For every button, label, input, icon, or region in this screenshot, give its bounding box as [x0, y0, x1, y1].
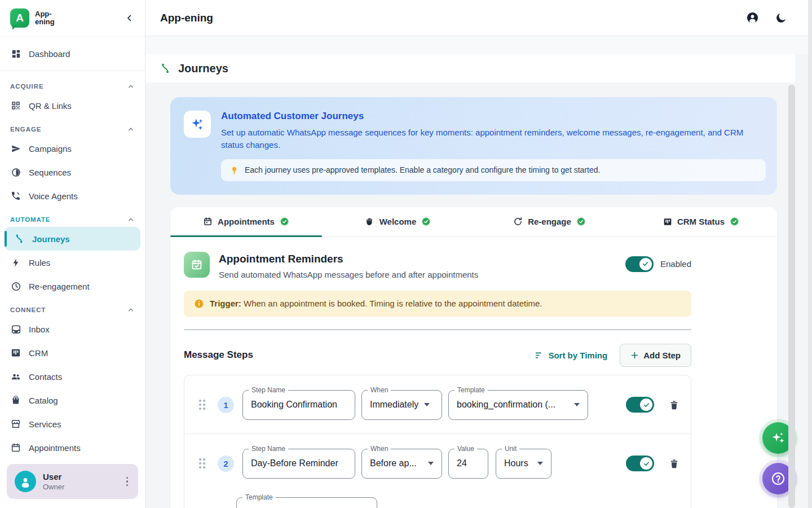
template-select[interactable]: Template booking_confirmation (... — [448, 390, 588, 420]
drag-handle-icon[interactable] — [199, 400, 205, 410]
sidebar-item-sequences[interactable]: Sequences — [0, 160, 145, 184]
enable-control: Enabled — [625, 256, 691, 272]
step-name-input[interactable]: Step Name Day-Before Reminder — [242, 449, 355, 479]
section-header-connect[interactable]: CONNECT — [0, 298, 145, 317]
unit-select[interactable]: Unit Hours — [496, 449, 551, 479]
check-icon — [642, 260, 649, 268]
toggle-knob — [640, 457, 652, 470]
sidebar-item-inbox[interactable]: Inbox — [0, 317, 145, 341]
lightbulb-icon — [230, 165, 239, 175]
step-actions — [626, 456, 679, 471]
section-label: ACQUIRE — [10, 83, 43, 90]
delete-step-button[interactable] — [669, 458, 679, 469]
sidebar-item-label: Re-engagement — [29, 282, 90, 291]
step-number-badge: 1 — [218, 397, 234, 413]
section-label: AUTOMATE — [10, 216, 50, 223]
sidebar-item-dashboard[interactable]: Dashboard — [0, 40, 145, 67]
value-input[interactable]: Value 24 — [448, 449, 488, 479]
trigger-banner: Trigger: When an appointment is booked. … — [184, 291, 691, 317]
field-label: Step Name — [249, 445, 288, 453]
field-label: Step Name — [249, 386, 288, 394]
add-step-button[interactable]: Add Step — [620, 344, 691, 367]
tab-appointments[interactable]: Appointments — [170, 207, 322, 237]
section-header-automate[interactable]: AUTOMATE — [0, 208, 145, 227]
dark-mode-toggle[interactable] — [775, 12, 787, 24]
sidebar-item-rules[interactable]: Rules — [0, 251, 145, 274]
phone-icon — [10, 190, 21, 202]
sidebar-item-crm[interactable]: CRM — [0, 341, 145, 365]
appointments-panel: Appointment Reminders Send automated Wha… — [170, 237, 777, 508]
tab-label: CRM Status — [677, 217, 725, 226]
content-scrollbar[interactable] — [788, 85, 795, 508]
sidebar-item-label: Catalog — [29, 396, 58, 405]
user-info: User Owner — [43, 472, 64, 491]
field-label: Template — [242, 493, 276, 501]
wave-hand-icon — [365, 217, 374, 226]
step-row-2: 2 Step Name Day-Before Reminder When Bef… — [184, 433, 691, 508]
sidebar-item-journeys[interactable]: Journeys — [5, 227, 140, 251]
reminders-enabled-toggle[interactable] — [625, 256, 654, 272]
header-actions — [746, 11, 787, 24]
sort-by-timing-button[interactable]: Sort by Timing — [534, 351, 607, 360]
section-header-engage[interactable]: ENGAGE — [0, 117, 145, 137]
sidebar-item-label: CRM — [29, 348, 48, 358]
reminders-titles: Appointment Reminders Send automated Wha… — [219, 252, 478, 279]
sidebar-item-services[interactable]: Services — [0, 412, 145, 436]
step-enabled-toggle[interactable] — [626, 456, 654, 471]
page-titlebar: Journeys — [145, 54, 795, 82]
account-button[interactable] — [746, 11, 759, 24]
sidebar-item-catalog[interactable]: Catalog — [0, 388, 145, 412]
tab-welcome[interactable]: Welcome — [322, 207, 474, 237]
intro-body: Set up automatic WhatsApp message sequen… — [221, 126, 766, 151]
app-logo-icon: A — [10, 8, 29, 28]
sidebar-item-label: Campaigns — [29, 144, 72, 154]
user-card[interactable]: User Owner — [7, 464, 138, 499]
user-menu-button[interactable] — [124, 475, 131, 489]
plus-icon — [630, 351, 639, 360]
chevron-down-icon — [428, 462, 434, 465]
sidebar-item-qr-links[interactable]: QR & Links — [0, 94, 145, 117]
content-scroll-area: Automated Customer Journeys Set up autom… — [145, 82, 812, 508]
intro-banner: Automated Customer Journeys Set up autom… — [170, 97, 777, 195]
sidebar-collapse-button[interactable] — [125, 13, 135, 23]
trash-icon — [669, 400, 679, 410]
journeys-card: Appointments Welcome Re-engage — [170, 207, 777, 508]
sidebar-item-label: Sequences — [29, 168, 71, 177]
tab-re-engage[interactable]: Re-engage — [474, 207, 625, 237]
sidebar-item-label: Inbox — [29, 325, 50, 334]
reminders-subtitle: Send automated WhatsApp messages before … — [219, 270, 478, 279]
window-scrollbar[interactable] — [808, 0, 812, 508]
sidebar-item-re-engagement[interactable]: Re-engagement — [0, 274, 145, 298]
field-value: booking_confirmation (... — [457, 400, 555, 410]
sidebar-item-label: Appointments — [29, 443, 81, 453]
sidebar-item-voice-agents[interactable]: Voice Agents — [0, 184, 145, 208]
section-header-acquire[interactable]: ACQUIRE — [0, 75, 145, 94]
step-row-1: 1 Step Name Booking Confirmation When Im… — [184, 375, 691, 433]
when-select[interactable]: When Immediately — [361, 390, 442, 420]
tab-crm-status[interactable]: CRM Status — [625, 207, 777, 237]
trash-icon — [669, 458, 679, 469]
field-value: 24 — [457, 458, 467, 468]
drag-handle-icon[interactable] — [199, 458, 205, 468]
chevron-down-icon — [537, 462, 543, 465]
field-label: When — [368, 386, 391, 394]
step-2-block: 2 Step Name Day-Before Reminder When Bef… — [199, 449, 679, 508]
page-title: Journeys — [178, 62, 228, 75]
shopping-bag-icon — [10, 395, 21, 406]
sidebar-nav: Dashboard ACQUIRE QR & Links ENGAGE — [0, 37, 145, 508]
sidebar-item-appointments[interactable]: Appointments — [0, 436, 145, 459]
storefront-icon — [10, 418, 21, 430]
field-value: Booking Confirmation — [251, 400, 337, 410]
when-select[interactable]: When Before ap... — [361, 449, 442, 479]
template-select[interactable]: Template appointment_reminder (... — [236, 497, 377, 508]
field-value: Immediately — [370, 400, 418, 410]
chevron-up-icon — [127, 216, 135, 224]
tabbar: Appointments Welcome Re-engage — [170, 207, 777, 237]
step-2-line-2: Template appointment_reminder (... — [236, 497, 679, 508]
sidebar-item-contacts[interactable]: Contacts — [0, 365, 145, 388]
user-name: User — [43, 472, 64, 481]
delete-step-button[interactable] — [669, 400, 679, 410]
step-enabled-toggle[interactable] — [626, 397, 654, 413]
step-name-input[interactable]: Step Name Booking Confirmation — [242, 390, 355, 420]
sidebar-item-campaigns[interactable]: Campaigns — [0, 137, 145, 160]
